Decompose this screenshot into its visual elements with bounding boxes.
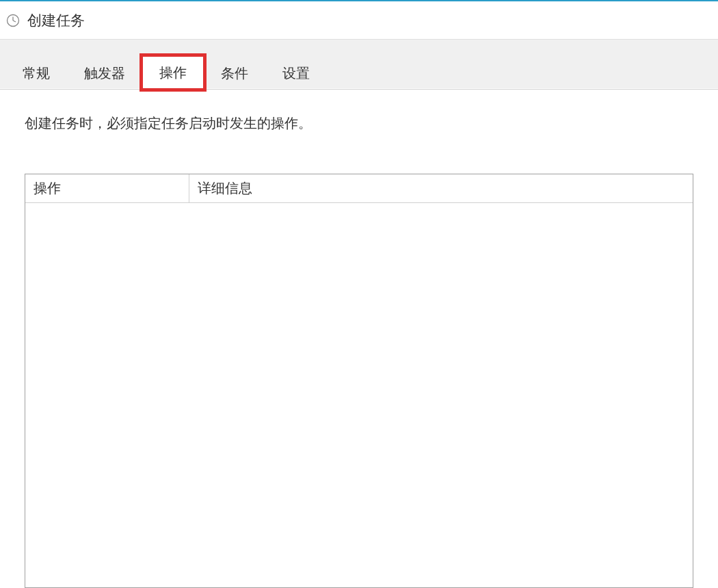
tab-actions[interactable]: 操作 xyxy=(142,56,204,89)
title-bar: 创建任务 xyxy=(0,0,718,40)
list-body[interactable] xyxy=(25,203,693,587)
tab-settings[interactable]: 设置 xyxy=(265,58,327,88)
clock-icon xyxy=(5,13,21,28)
tab-label: 操作 xyxy=(159,64,187,82)
list-header: 操作 详细信息 xyxy=(25,174,693,203)
content-description: 创建任务时，必须指定任务启动时发生的操作。 xyxy=(25,114,693,133)
tabs-bar: 常规 触发器 操作 条件 设置 xyxy=(0,40,718,89)
tab-label: 设置 xyxy=(282,64,310,83)
tab-label: 常规 xyxy=(23,64,50,83)
column-header-action[interactable]: 操作 xyxy=(25,174,189,202)
window-title: 创建任务 xyxy=(27,11,85,30)
actions-list[interactable]: 操作 详细信息 xyxy=(25,174,693,588)
tab-label: 触发器 xyxy=(84,64,125,83)
tab-general[interactable]: 常规 xyxy=(5,58,67,88)
column-header-detail[interactable]: 详细信息 xyxy=(189,174,693,202)
column-label: 详细信息 xyxy=(198,179,252,198)
tab-conditions[interactable]: 条件 xyxy=(204,58,265,88)
column-label: 操作 xyxy=(34,179,61,198)
tab-content: 创建任务时，必须指定任务启动时发生的操作。 操作 详细信息 xyxy=(0,89,718,588)
svg-line-2 xyxy=(13,21,16,22)
tab-triggers[interactable]: 触发器 xyxy=(67,58,142,88)
tab-label: 条件 xyxy=(221,64,248,83)
create-task-window: 创建任务 常规 触发器 操作 条件 设置 创建任务时，必须指定任务启动时发生的操… xyxy=(0,0,718,588)
